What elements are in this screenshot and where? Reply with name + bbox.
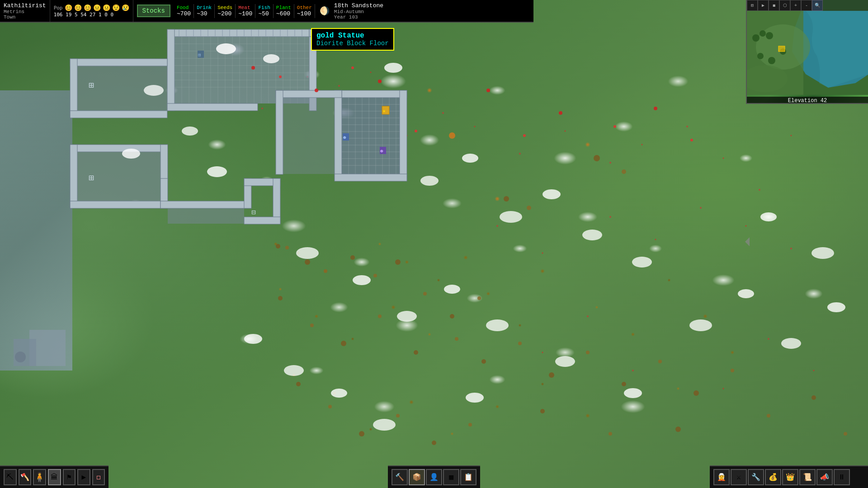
drink-label: Drink (197, 5, 212, 10)
tool-announcements[interactable]: 📣 (816, 469, 833, 485)
tool-eraser[interactable]: ◻ (92, 469, 105, 485)
tool-tech[interactable]: 🔧 (748, 469, 764, 485)
pop-label: Pop (54, 5, 63, 11)
meat-label: Meat (238, 5, 252, 10)
pop-values: 106 19 5 54 27 1 0 0 (54, 12, 129, 18)
tool-pickaxe[interactable]: ⛏ (4, 469, 17, 485)
tool-dwarf[interactable]: 🧝 (713, 469, 730, 485)
drink-resource: Drink ~30 (194, 4, 215, 18)
year-display: Year 103 (334, 14, 383, 20)
meat-value: ~100 (238, 10, 252, 17)
date-display: 18th Sandstone (334, 2, 383, 9)
drink-value: ~30 (197, 10, 212, 17)
tool-axe[interactable]: 🪓 (19, 469, 32, 485)
tool-tasks[interactable]: 📋 (460, 469, 476, 485)
tool-nobles[interactable]: 👑 (782, 469, 798, 485)
svg-point-200 (757, 53, 764, 59)
tool-orders-arrow[interactable]: ▶ (77, 469, 90, 485)
plant-resource: Plant ~600 (274, 4, 294, 18)
svg-point-197 (752, 34, 760, 42)
minimap-btn-4[interactable]: ⬡ (779, 0, 790, 11)
minimap-btn-5[interactable]: + (790, 0, 801, 11)
fish-value: ~50 (258, 10, 270, 17)
other-resource: Other ~100 (294, 4, 315, 18)
seeds-label: Seeds (217, 5, 232, 10)
tool-pause[interactable]: ⏸ (834, 469, 850, 485)
minimap-content[interactable]: Elevation 42 (747, 11, 868, 104)
food-label: Food (177, 5, 191, 10)
tool-designate[interactable]: ⚑ (63, 469, 76, 485)
tool-grid[interactable]: ▦ (443, 469, 459, 485)
svg-rect-203 (778, 46, 785, 52)
minimap-elevation-label: Elevation 42 (747, 97, 868, 104)
stocks-button[interactable]: Stocks (137, 5, 170, 17)
tool-hammer[interactable]: 🔨 (392, 469, 408, 485)
left-terrain (0, 90, 72, 371)
fish-label: Fish (258, 5, 270, 10)
settlement-section: Kathiltirist Metrins Town (0, 0, 50, 22)
tooltip-subtitle: Diorite Block Floor (316, 40, 389, 47)
settlement-name: Kathiltirist (4, 2, 46, 9)
svg-point-198 (760, 30, 766, 37)
moon-icon: 🌖 (320, 6, 330, 16)
game-world: ⊞ ⊞ ⊟ (0, 0, 868, 488)
settlement-type: Metrins (4, 9, 46, 14)
season-display: Mid-Autumn (334, 9, 383, 14)
tool-legends[interactable]: 📜 (799, 469, 816, 485)
meat-resource: Meat ~100 (236, 4, 255, 18)
seeds-resource: Seeds ~200 (215, 4, 236, 18)
settlement-subtype: Town (4, 14, 46, 20)
other-label: Other (297, 5, 312, 10)
minimap-btn-1[interactable]: ⊞ (747, 0, 758, 11)
tool-building[interactable]: 🏛 (48, 469, 61, 485)
minimap-terrain (747, 11, 868, 104)
minimap-toolbar: ⊞ ▶ ◼ ⬡ + - 🔍 (747, 0, 823, 11)
svg-point-199 (766, 32, 773, 39)
minimap-btn-3[interactable]: ◼ (769, 0, 779, 11)
date-section: 🌖 18th Sandstone Mid-Autumn Year 103 (315, 1, 388, 21)
pop-section: Pop 😊 😊 😊 😐 😐 😟 😢 106 19 5 54 27 1 0 0 (50, 0, 133, 22)
other-value: ~100 (297, 10, 312, 17)
minimap-btn-zoom-in[interactable]: 🔍 (812, 0, 823, 11)
tool-person2[interactable]: 👤 (426, 469, 442, 485)
food-value: ~700 (177, 10, 191, 17)
seeds-value: ~200 (217, 10, 232, 17)
hud-top: Kathiltirist Metrins Town Pop 😊 😊 😊 😐 😐 … (0, 0, 533, 23)
tool-trade[interactable]: 💰 (765, 469, 781, 485)
minimap-btn-6[interactable]: - (801, 0, 812, 11)
toolbar-right: 🧝 ⚔ 🔧 💰 👑 📜 📣 ⏸ (710, 465, 868, 488)
food-resource: Food ~700 (174, 4, 194, 18)
fish-resource: Fish ~50 (255, 4, 273, 18)
tool-person[interactable]: 🧍 (33, 469, 46, 485)
svg-point-201 (768, 57, 775, 64)
toolbar-left: ⛏ 🪓 🧍 🏛 ⚑ ▶ ◻ (0, 465, 108, 488)
tooltip: gold Statue Diorite Block Floor (311, 28, 394, 51)
minimap-btn-2[interactable]: ▶ (758, 0, 769, 11)
minimap: ⊞ ▶ ◼ ⬡ + - 🔍 (746, 0, 868, 104)
tool-military[interactable]: ⚔ (731, 469, 747, 485)
tool-stocks-box[interactable]: 📦 (409, 469, 425, 485)
tooltip-title: gold Statue (316, 32, 389, 40)
plant-value: ~600 (276, 10, 291, 17)
flowers-overlay (0, 0, 868, 488)
toolbar-center: 🔨 📦 👤 ▦ 📋 (388, 465, 480, 488)
plant-label: Plant (276, 5, 291, 10)
